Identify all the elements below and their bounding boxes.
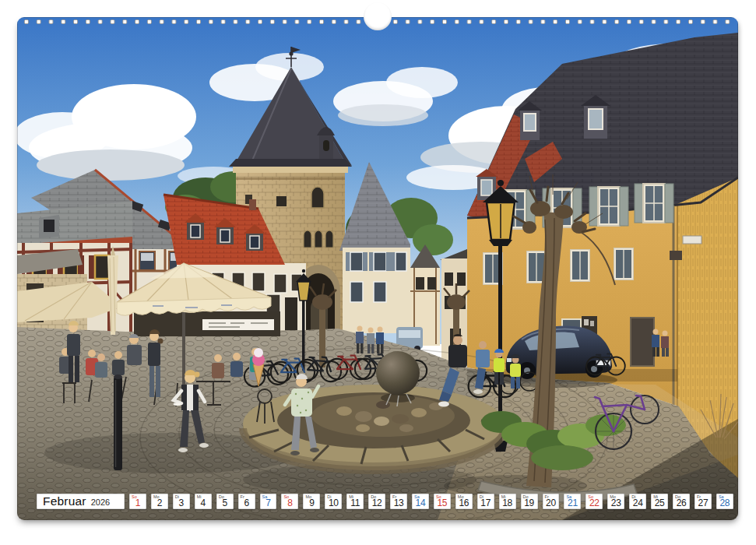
fountain-sphere xyxy=(376,351,420,395)
calendar-photo xyxy=(17,17,738,520)
hanger-hole xyxy=(364,2,392,30)
photo-scene xyxy=(17,17,738,520)
calendar-sheet: Februar 2026 So 1 Mo 2 Di 3 Mi 4 Do 5 Fr… xyxy=(0,0,756,545)
tower-arched-windows xyxy=(304,230,333,248)
bollard xyxy=(114,374,122,470)
